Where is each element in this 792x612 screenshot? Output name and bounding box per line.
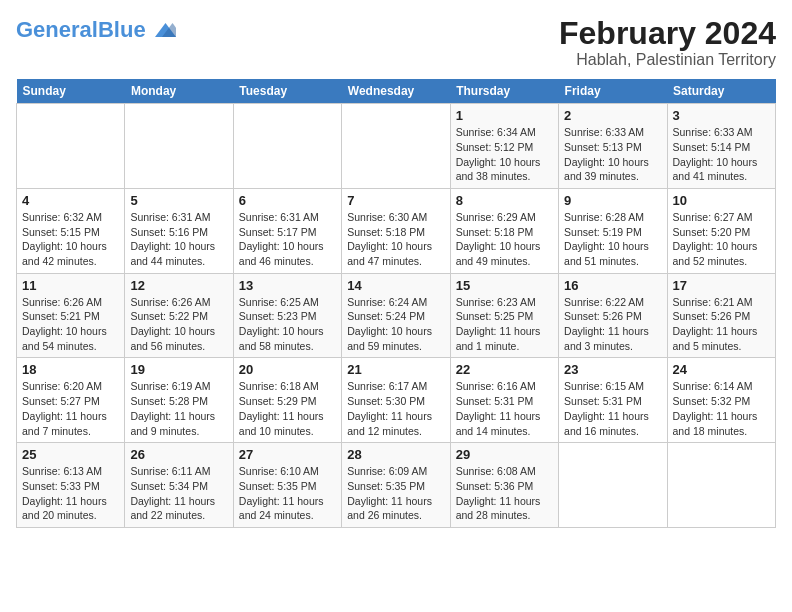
logo-icon <box>148 16 176 44</box>
day-info: Sunrise: 6:26 AM Sunset: 5:22 PM Dayligh… <box>130 295 227 354</box>
calendar-title: February 2024 <box>559 16 776 51</box>
day-info: Sunrise: 6:32 AM Sunset: 5:15 PM Dayligh… <box>22 210 119 269</box>
day-number: 4 <box>22 193 119 208</box>
day-info: Sunrise: 6:33 AM Sunset: 5:13 PM Dayligh… <box>564 125 661 184</box>
calendar-cell: 23Sunrise: 6:15 AM Sunset: 5:31 PM Dayli… <box>559 358 667 443</box>
calendar-table: SundayMondayTuesdayWednesdayThursdayFrid… <box>16 79 776 528</box>
weekday-header-monday: Monday <box>125 79 233 104</box>
day-number: 10 <box>673 193 770 208</box>
calendar-cell: 14Sunrise: 6:24 AM Sunset: 5:24 PM Dayli… <box>342 273 450 358</box>
day-info: Sunrise: 6:13 AM Sunset: 5:33 PM Dayligh… <box>22 464 119 523</box>
week-row-5: 25Sunrise: 6:13 AM Sunset: 5:33 PM Dayli… <box>17 443 776 528</box>
day-number: 6 <box>239 193 336 208</box>
calendar-cell: 11Sunrise: 6:26 AM Sunset: 5:21 PM Dayli… <box>17 273 125 358</box>
calendar-cell: 3Sunrise: 6:33 AM Sunset: 5:14 PM Daylig… <box>667 104 775 189</box>
weekday-header-row: SundayMondayTuesdayWednesdayThursdayFrid… <box>17 79 776 104</box>
day-info: Sunrise: 6:28 AM Sunset: 5:19 PM Dayligh… <box>564 210 661 269</box>
day-number: 29 <box>456 447 553 462</box>
calendar-cell <box>233 104 341 189</box>
day-info: Sunrise: 6:25 AM Sunset: 5:23 PM Dayligh… <box>239 295 336 354</box>
day-number: 16 <box>564 278 661 293</box>
day-number: 26 <box>130 447 227 462</box>
day-info: Sunrise: 6:08 AM Sunset: 5:36 PM Dayligh… <box>456 464 553 523</box>
day-info: Sunrise: 6:16 AM Sunset: 5:31 PM Dayligh… <box>456 379 553 438</box>
weekday-header-sunday: Sunday <box>17 79 125 104</box>
calendar-cell: 6Sunrise: 6:31 AM Sunset: 5:17 PM Daylig… <box>233 188 341 273</box>
day-number: 11 <box>22 278 119 293</box>
week-row-1: 1Sunrise: 6:34 AM Sunset: 5:12 PM Daylig… <box>17 104 776 189</box>
calendar-cell: 21Sunrise: 6:17 AM Sunset: 5:30 PM Dayli… <box>342 358 450 443</box>
calendar-cell: 26Sunrise: 6:11 AM Sunset: 5:34 PM Dayli… <box>125 443 233 528</box>
day-info: Sunrise: 6:27 AM Sunset: 5:20 PM Dayligh… <box>673 210 770 269</box>
calendar-cell: 24Sunrise: 6:14 AM Sunset: 5:32 PM Dayli… <box>667 358 775 443</box>
day-number: 19 <box>130 362 227 377</box>
calendar-cell <box>559 443 667 528</box>
day-number: 25 <box>22 447 119 462</box>
logo: GeneralBlue <box>16 16 176 44</box>
day-number: 3 <box>673 108 770 123</box>
day-number: 2 <box>564 108 661 123</box>
calendar-cell: 18Sunrise: 6:20 AM Sunset: 5:27 PM Dayli… <box>17 358 125 443</box>
day-info: Sunrise: 6:10 AM Sunset: 5:35 PM Dayligh… <box>239 464 336 523</box>
calendar-cell: 17Sunrise: 6:21 AM Sunset: 5:26 PM Dayli… <box>667 273 775 358</box>
title-block: February 2024 Hablah, Palestinian Territ… <box>559 16 776 69</box>
day-info: Sunrise: 6:20 AM Sunset: 5:27 PM Dayligh… <box>22 379 119 438</box>
calendar-cell <box>17 104 125 189</box>
day-info: Sunrise: 6:22 AM Sunset: 5:26 PM Dayligh… <box>564 295 661 354</box>
day-number: 15 <box>456 278 553 293</box>
calendar-cell: 5Sunrise: 6:31 AM Sunset: 5:16 PM Daylig… <box>125 188 233 273</box>
day-number: 18 <box>22 362 119 377</box>
day-info: Sunrise: 6:19 AM Sunset: 5:28 PM Dayligh… <box>130 379 227 438</box>
day-info: Sunrise: 6:23 AM Sunset: 5:25 PM Dayligh… <box>456 295 553 354</box>
day-info: Sunrise: 6:18 AM Sunset: 5:29 PM Dayligh… <box>239 379 336 438</box>
day-info: Sunrise: 6:31 AM Sunset: 5:17 PM Dayligh… <box>239 210 336 269</box>
day-number: 20 <box>239 362 336 377</box>
weekday-header-wednesday: Wednesday <box>342 79 450 104</box>
day-number: 5 <box>130 193 227 208</box>
day-number: 21 <box>347 362 444 377</box>
calendar-cell: 10Sunrise: 6:27 AM Sunset: 5:20 PM Dayli… <box>667 188 775 273</box>
calendar-subtitle: Hablah, Palestinian Territory <box>559 51 776 69</box>
calendar-cell: 7Sunrise: 6:30 AM Sunset: 5:18 PM Daylig… <box>342 188 450 273</box>
day-number: 14 <box>347 278 444 293</box>
day-number: 24 <box>673 362 770 377</box>
day-number: 27 <box>239 447 336 462</box>
calendar-cell: 9Sunrise: 6:28 AM Sunset: 5:19 PM Daylig… <box>559 188 667 273</box>
calendar-cell <box>667 443 775 528</box>
calendar-cell: 8Sunrise: 6:29 AM Sunset: 5:18 PM Daylig… <box>450 188 558 273</box>
calendar-cell: 15Sunrise: 6:23 AM Sunset: 5:25 PM Dayli… <box>450 273 558 358</box>
week-row-3: 11Sunrise: 6:26 AM Sunset: 5:21 PM Dayli… <box>17 273 776 358</box>
day-info: Sunrise: 6:29 AM Sunset: 5:18 PM Dayligh… <box>456 210 553 269</box>
day-info: Sunrise: 6:17 AM Sunset: 5:30 PM Dayligh… <box>347 379 444 438</box>
day-info: Sunrise: 6:09 AM Sunset: 5:35 PM Dayligh… <box>347 464 444 523</box>
page-header: GeneralBlue February 2024 Hablah, Palest… <box>16 16 776 69</box>
day-info: Sunrise: 6:11 AM Sunset: 5:34 PM Dayligh… <box>130 464 227 523</box>
calendar-cell: 28Sunrise: 6:09 AM Sunset: 5:35 PM Dayli… <box>342 443 450 528</box>
day-number: 12 <box>130 278 227 293</box>
calendar-cell: 2Sunrise: 6:33 AM Sunset: 5:13 PM Daylig… <box>559 104 667 189</box>
day-number: 28 <box>347 447 444 462</box>
calendar-cell: 16Sunrise: 6:22 AM Sunset: 5:26 PM Dayli… <box>559 273 667 358</box>
day-info: Sunrise: 6:26 AM Sunset: 5:21 PM Dayligh… <box>22 295 119 354</box>
week-row-4: 18Sunrise: 6:20 AM Sunset: 5:27 PM Dayli… <box>17 358 776 443</box>
day-number: 13 <box>239 278 336 293</box>
calendar-cell: 29Sunrise: 6:08 AM Sunset: 5:36 PM Dayli… <box>450 443 558 528</box>
calendar-cell: 1Sunrise: 6:34 AM Sunset: 5:12 PM Daylig… <box>450 104 558 189</box>
day-info: Sunrise: 6:30 AM Sunset: 5:18 PM Dayligh… <box>347 210 444 269</box>
day-info: Sunrise: 6:15 AM Sunset: 5:31 PM Dayligh… <box>564 379 661 438</box>
weekday-header-friday: Friday <box>559 79 667 104</box>
calendar-cell <box>125 104 233 189</box>
calendar-cell: 12Sunrise: 6:26 AM Sunset: 5:22 PM Dayli… <box>125 273 233 358</box>
day-number: 7 <box>347 193 444 208</box>
day-number: 9 <box>564 193 661 208</box>
day-number: 22 <box>456 362 553 377</box>
day-info: Sunrise: 6:14 AM Sunset: 5:32 PM Dayligh… <box>673 379 770 438</box>
day-info: Sunrise: 6:33 AM Sunset: 5:14 PM Dayligh… <box>673 125 770 184</box>
calendar-cell: 13Sunrise: 6:25 AM Sunset: 5:23 PM Dayli… <box>233 273 341 358</box>
day-number: 17 <box>673 278 770 293</box>
weekday-header-saturday: Saturday <box>667 79 775 104</box>
day-info: Sunrise: 6:34 AM Sunset: 5:12 PM Dayligh… <box>456 125 553 184</box>
logo-text: GeneralBlue <box>16 19 146 41</box>
day-number: 8 <box>456 193 553 208</box>
calendar-cell: 4Sunrise: 6:32 AM Sunset: 5:15 PM Daylig… <box>17 188 125 273</box>
